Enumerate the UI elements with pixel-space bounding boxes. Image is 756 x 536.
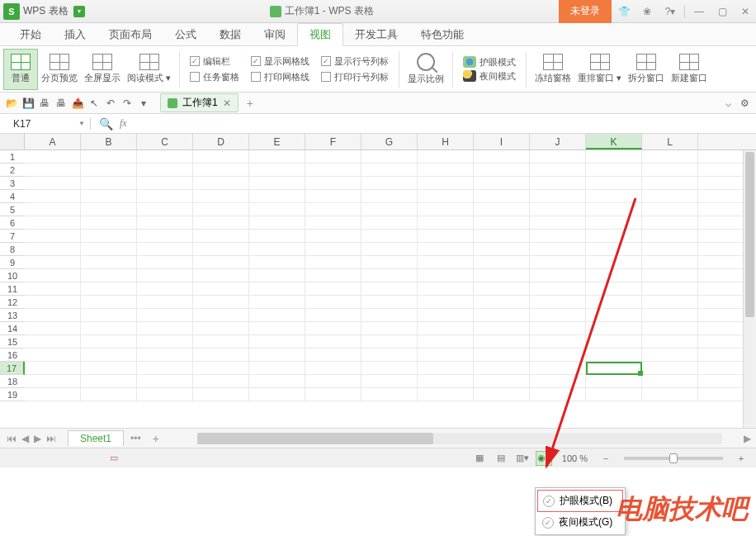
row-header-7[interactable]: 7 [0,230,25,243]
menu-开始[interactable]: 开始 [8,24,53,45]
row-header-6[interactable]: 6 [0,216,25,230]
menu-特色功能[interactable]: 特色功能 [409,24,475,45]
window-重排窗口 ▾-button[interactable]: 重排窗口 ▾ [574,49,625,90]
login-button[interactable]: 未登录 [559,0,612,23]
row-header-9[interactable]: 9 [0,256,25,269]
checkbox-显示网格线[interactable]: ✓显示网格线 [251,55,309,68]
sheet-prev-icon[interactable]: ◀ [20,433,31,444]
mode-夜间模式[interactable]: 夜间模式 [463,70,516,83]
zoom-slider-thumb[interactable] [669,453,678,463]
row-header-2[interactable]: 2 [0,164,25,177]
column-headers[interactable]: ABCDEFGHIJKL [25,134,756,150]
maximize-button[interactable]: ▢ [711,0,733,23]
view-分页预览-button[interactable]: 分页预览 [38,49,81,90]
menu-插入[interactable]: 插入 [53,24,97,45]
close-button[interactable]: ✕ [735,0,756,23]
col-header-E[interactable]: E [249,134,305,149]
vertical-scrollbar[interactable] [743,150,756,428]
sheet-nav[interactable]: ⏮ ◀ ▶ ⏭ [0,433,63,444]
menu-开发工具[interactable]: 开发工具 [343,24,409,45]
window-新建窗口-button[interactable]: 新建窗口 [668,49,711,90]
col-header-B[interactable]: B [81,134,137,149]
row-header-12[interactable]: 12 [0,296,25,309]
sheet-more-button[interactable]: ••• [124,433,148,444]
menu-页面布局[interactable]: 页面布局 [97,24,163,45]
view-阅读模式 ▾-button[interactable]: 阅读模式 ▾ [124,49,174,90]
zoom-slider[interactable] [624,457,723,460]
row-header-5[interactable]: 5 [0,203,25,216]
name-box-dropdown[interactable]: ▼ [78,120,85,127]
select-all-corner[interactable] [0,134,25,150]
zoom-in-icon[interactable]: + [733,451,749,466]
view-normal-icon[interactable]: ▦ [471,451,488,466]
col-header-I[interactable]: I [474,134,530,149]
checkbox-显示行号列标[interactable]: ✓显示行号列标 [321,55,389,68]
sheet-tab[interactable]: Sheet1 [68,430,124,446]
doc-tab-close[interactable]: ✕ [223,97,231,109]
minimize-button[interactable]: — [688,0,710,23]
row-header-10[interactable]: 10 [0,269,25,282]
sheet-add-button[interactable]: + [148,432,164,445]
row-header-3[interactable]: 3 [0,177,25,190]
row-header-13[interactable]: 13 [0,309,25,322]
horizontal-scrollbar[interactable] [197,433,722,444]
col-header-F[interactable]: F [305,134,361,149]
help-icon[interactable]: ?▾ [659,0,681,23]
popup-item-护眼模式(B)[interactable]: ✓护眼模式(B) [537,490,623,512]
vertical-scroll-thumb[interactable] [745,152,754,317]
row-header-8[interactable]: 8 [0,243,25,256]
window-冻结窗格-button[interactable]: 冻结窗格 [532,49,574,90]
settings-icon[interactable]: ⚙ [738,97,751,110]
view-全屏显示-button[interactable]: 全屏显示 [81,49,124,90]
export-icon[interactable]: 📤 [71,97,84,110]
redo-icon[interactable]: ↷ [120,97,134,110]
checkbox-编辑栏[interactable]: ✓编辑栏 [190,55,239,68]
collapse-ribbon-icon[interactable]: ⌵ [721,97,735,110]
col-header-A[interactable]: A [25,134,81,149]
col-header-C[interactable]: C [137,134,193,149]
weibo-icon[interactable]: ❀ [636,0,658,23]
row-header-17[interactable]: 17 [0,362,25,375]
col-header-H[interactable]: H [418,134,474,149]
eyecare-popup[interactable]: ✓护眼模式(B)✓夜间模式(G) [535,487,626,535]
popup-item-夜间模式(G)[interactable]: ✓夜间模式(G) [537,512,623,533]
zoom-out-icon[interactable]: − [598,451,614,466]
col-header-D[interactable]: D [193,134,249,149]
checkbox-打印行号列标[interactable]: 打印行号列标 [321,71,389,83]
save-icon[interactable]: 💾 [21,97,35,110]
checkbox-任务窗格[interactable]: 任务窗格 [190,71,239,83]
horizontal-scroll-thumb[interactable] [197,433,433,444]
col-header-K[interactable]: K [586,134,642,149]
view-普通-button[interactable]: 普通 [3,49,38,90]
search-icon[interactable]: 🔍 [99,117,113,130]
menu-公式[interactable]: 公式 [163,24,208,45]
row-header-19[interactable]: 19 [0,388,25,401]
print-preview-icon[interactable]: 🖶 [54,97,68,110]
row-headers[interactable]: 12345678910111213141516171819 [0,150,25,428]
row-header-4[interactable]: 4 [0,190,25,203]
col-header-J[interactable]: J [530,134,586,149]
sheet-first-icon[interactable]: ⏮ [5,433,18,444]
view-pagebreak-icon[interactable]: ▤ [493,451,509,466]
mode-护眼模式[interactable]: 护眼模式 [463,56,516,69]
menu-视图[interactable]: 视图 [297,23,343,46]
cursor-icon[interactable]: ↖ [87,97,101,110]
row-header-16[interactable]: 16 [0,349,25,362]
cells-area[interactable] [25,150,756,428]
hscroll-right-icon[interactable]: ▶ [739,433,756,444]
row-header-15[interactable]: 15 [0,335,25,349]
zoom-ratio-button[interactable]: 显示比例 [404,49,447,90]
sheet-next-icon[interactable]: ▶ [32,433,43,444]
menu-审阅[interactable]: 审阅 [253,24,297,45]
checkbox-打印网格线[interactable]: 打印网格线 [251,71,309,83]
fx-label[interactable]: fx [120,117,127,130]
name-box[interactable]: K17 ▼ [8,118,91,130]
row-header-11[interactable]: 11 [0,282,25,296]
document-tab[interactable]: 工作簿1 ✕ [160,93,239,112]
row-header-14[interactable]: 14 [0,322,25,335]
col-header-L[interactable]: L [642,134,698,149]
window-拆分窗口-button[interactable]: 拆分窗口 [625,49,668,90]
print-icon[interactable]: 🖶 [38,97,51,110]
qat-dropdown[interactable]: ▾ [137,97,150,110]
open-icon[interactable]: 📂 [5,97,18,110]
